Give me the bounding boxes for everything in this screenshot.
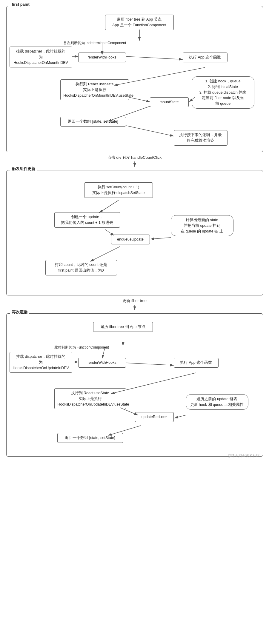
watermark: @稀土掘金技术社区 xyxy=(228,453,260,458)
svg-line-26 xyxy=(174,415,186,418)
label-indeterminate: 首次判断其为 IndeterminateComponent xyxy=(63,41,126,46)
section-re-render: 再次渲染 遍历 fiber tree 到 App 节点 此时判断其为 Funct… xyxy=(6,313,263,457)
node-create-update: 创建一个 update，把我们传入的 count + 1 放进去 xyxy=(54,212,120,228)
svg-line-15 xyxy=(150,238,171,239)
node-execute-app: 执行 App 这个函数 xyxy=(183,53,228,62)
re-render-label: 再次渲染 xyxy=(10,309,29,315)
between-click-label: 点击 div 触发 handleCountClick xyxy=(6,152,263,170)
node-traverse-update-chain: 遍历之前的 update 链表更新 hook 和 queue 上相关属性 xyxy=(186,394,248,410)
diagram-container: first paint 遍历 fiber tree 到 App 节点App 是一… xyxy=(3,0,266,463)
node-execute-usestate: 执行到 React.useState实际上是执行HooksDispatcherO… xyxy=(60,79,129,100)
svg-line-9 xyxy=(126,126,174,136)
node-calc-state: 计算出最新的 state并把当前 update 挂到在 queue 的 upda… xyxy=(171,215,233,236)
trigger-update-label: 触发组件更新 xyxy=(10,166,37,172)
arrow-down-1 xyxy=(132,161,138,167)
click-label-text: 点击 div 触发 handleCountClick xyxy=(107,155,162,160)
label-function: 此时判断其为 FunctionComponent xyxy=(54,345,109,350)
node-mount-state: mountState xyxy=(150,97,189,107)
node-return-array: 返回一个数组 [state, setState] xyxy=(60,117,126,127)
arrow-down-2 xyxy=(132,305,138,311)
node-execute-setcount: 执行 setCount(count + 1)实际上是执行 dispatchSet… xyxy=(84,182,153,198)
node-execute-app2: 执行 App 这个函数 xyxy=(174,358,219,368)
node-render-with-hooks: renderWithHooks xyxy=(78,53,126,62)
node-render-with-hooks2: renderWithHooks xyxy=(78,358,126,368)
node-execute-usestate2: 执行到 React.useState实际上是执行HooksDispatcherO… xyxy=(54,388,126,409)
first-paint-label: first paint xyxy=(10,2,31,7)
node-execute-rest: 执行接下来的逻辑，并最终完成首次渲染 xyxy=(174,130,228,146)
svg-line-13 xyxy=(99,200,119,213)
fiber-label-text: 更新 fiber tree xyxy=(122,298,147,303)
node-traverse-fiber2: 遍历 fiber tree 到 App 节点 xyxy=(93,322,153,332)
section-trigger-update: 触发组件更新 执行 setCount(count + 1)实际上是执行 disp… xyxy=(6,170,263,295)
node-update-reducer: updateReducer xyxy=(135,412,174,422)
svg-line-4 xyxy=(126,56,183,59)
between-fiber-label: 更新 fiber tree xyxy=(6,295,263,313)
node-mount-dispatcher2: 挂载 dispatcher，此时挂载的为 HooksDispatcherOnUp… xyxy=(10,352,72,373)
node-return-array2: 返回一个数组 [state, setState] xyxy=(57,433,123,443)
node-create-hook: 1. 创建 hook，queue2. 得到 initialState3. 挂载 … xyxy=(192,76,254,109)
svg-section3 xyxy=(7,314,263,456)
section-first-paint: first paint 遍历 fiber tree 到 App 节点App 是一… xyxy=(6,6,263,152)
svg-line-16 xyxy=(90,246,120,261)
node-mount-dispatcher: 挂载 dispatcher，此时挂载的为 HooksDispatcherOnMo… xyxy=(10,47,72,67)
node-enqueue-update: enqueueUpdate xyxy=(111,235,150,244)
node-traverse-fiber: 遍历 fiber tree 到 App 节点App 是一个 FunctionCo… xyxy=(105,15,174,30)
node-print-count: 打印 count，此时的 count 还是first paint 返回出的值，为… xyxy=(45,260,117,275)
svg-line-23 xyxy=(126,363,174,365)
